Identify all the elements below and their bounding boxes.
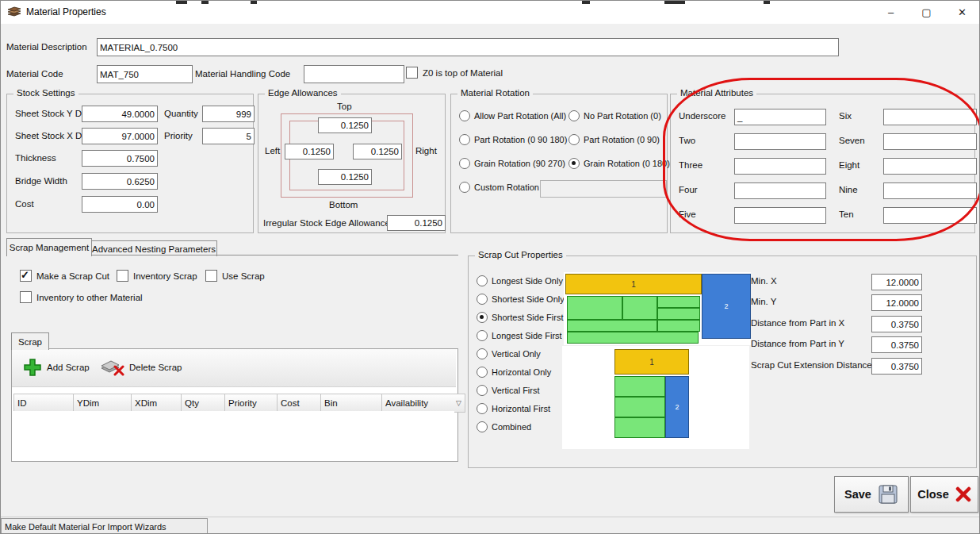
checkbox-box (117, 270, 128, 282)
radio-shortest-side-only[interactable]: Shortest Side Only (477, 294, 565, 305)
tab-scrap[interactable]: Scrap (11, 332, 49, 350)
priority-input[interactable]: 5 (202, 128, 255, 144)
radio-shortest-side-first[interactable]: Shortest Side First (477, 312, 563, 323)
maximize-button[interactable]: ▢ (909, 0, 944, 24)
inventory-other-material-checkbox[interactable]: Inventory to other Material (20, 291, 143, 303)
attr-eight-input[interactable] (883, 158, 977, 175)
radio-part-rotation-0-90[interactable]: Part Rotation (0 90) (568, 134, 660, 145)
column-header-xdim[interactable]: XDim (132, 394, 182, 413)
bridge-width-label: Bridge Width (15, 175, 67, 186)
inventory-scrap-checkbox[interactable]: Inventory Scrap (117, 270, 197, 282)
radio-label: Shortest Side First (492, 313, 563, 322)
scrap-cut-diagram-landscape: 1 2 (564, 272, 751, 345)
material-code-input[interactable]: MAT_750 (97, 65, 193, 83)
attr-nine-input[interactable] (883, 182, 977, 199)
attr-two-label: Two (679, 135, 695, 146)
column-header-ydim[interactable]: YDim (74, 394, 132, 413)
attr-three-label: Three (679, 159, 702, 171)
radio-horizontal-first[interactable]: Horizontal First (477, 403, 550, 414)
material-description-input[interactable]: MATERIAL_0.7500 (97, 38, 839, 56)
distance-part-x-input[interactable]: 0.3750 (871, 316, 922, 332)
column-header-priority[interactable]: Priority (225, 394, 278, 413)
group-title: Material Attributes (677, 88, 756, 98)
material-handling-code-input[interactable] (304, 65, 404, 83)
sheet-stock-y-input[interactable]: 49.0000 (82, 106, 158, 122)
status-message[interactable]: Make Default Material For Import Wizards (1, 518, 208, 534)
attr-three-input[interactable] (734, 158, 826, 175)
radio-horizontal-only[interactable]: Horizontal Only (477, 367, 551, 378)
attr-underscore-input[interactable]: _ (734, 109, 826, 125)
column-header-id[interactable]: ID (13, 394, 74, 413)
column-header-cost[interactable]: Cost (278, 394, 321, 413)
quantity-label: Quantity (164, 108, 198, 119)
radio-part-rotation-0-90-180[interactable]: Part Rotation (0 90 180) (459, 134, 567, 145)
use-scrap-checkbox[interactable]: Use Scrap (205, 270, 265, 282)
radio-label: Horizontal Only (492, 367, 551, 377)
irregular-allowance-input[interactable]: 0.1250 (387, 215, 446, 231)
radio-no-part-rotation[interactable]: No Part Rotation (0) (568, 110, 661, 121)
column-header-bin[interactable]: Bin (321, 394, 382, 413)
attr-six-input[interactable] (883, 109, 977, 125)
edge-right-label: Right (415, 145, 437, 156)
z0-top-checkbox[interactable]: Z0 is top of Material (406, 67, 503, 79)
attr-seven-input[interactable] (883, 133, 977, 150)
edge-left-input[interactable]: 0.1250 (285, 144, 334, 159)
close-button[interactable]: Close (910, 476, 978, 513)
thickness-input[interactable]: 0.7500 (82, 150, 158, 167)
part-block (622, 296, 657, 320)
save-disk-icon (878, 484, 898, 505)
min-y-label: Min. Y (751, 296, 776, 307)
edge-bottom-input[interactable]: 0.1250 (318, 169, 372, 185)
tab-advanced-nesting-parameters[interactable]: Advanced Nesting Parameters (90, 240, 217, 256)
bridge-width-input[interactable]: 0.6250 (82, 173, 158, 190)
edge-top-input[interactable]: 0.1250 (318, 117, 372, 133)
scrap-strip-2: 2 (665, 376, 689, 438)
close-window-button[interactable]: ✕ (944, 0, 980, 24)
radio-label: No Part Rotation (0) (584, 111, 661, 121)
add-scrap-button[interactable]: Add Scrap (23, 358, 90, 377)
radio-allow-part-rotation-all[interactable]: Allow Part Rotation (All) (459, 110, 566, 121)
min-x-input[interactable]: 12.0000 (871, 274, 922, 290)
tab-scrap-management[interactable]: Scrap Management (6, 238, 92, 256)
scrap-cut-extension-input[interactable]: 0.3750 (871, 358, 922, 375)
radio-circle (459, 110, 470, 121)
attr-ten-input[interactable] (883, 207, 977, 224)
attr-eight-label: Eight (839, 159, 859, 171)
save-button[interactable]: Save (834, 476, 909, 513)
window-title: Material Properties (26, 6, 106, 17)
filter-dropdown-icon[interactable]: ▽ (451, 399, 461, 407)
delete-scrap-button[interactable]: Delete Scrap (101, 359, 182, 376)
radio-combined[interactable]: Combined (477, 421, 531, 432)
sheet-stock-x-input[interactable]: 97.0000 (82, 128, 158, 144)
radio-vertical-first[interactable]: Vertical First (477, 385, 540, 396)
status-bar: Make Default Material For Import Wizards (0, 517, 980, 534)
column-header-qty[interactable]: Qty (182, 394, 225, 413)
min-y-input[interactable]: 12.0000 (871, 294, 922, 311)
edge-right-input[interactable]: 0.1250 (353, 144, 402, 159)
distance-part-y-input[interactable]: 0.3750 (871, 336, 922, 353)
radio-longest-side-first[interactable]: Longest Side First (477, 330, 562, 341)
radio-custom-rotation[interactable]: Custom Rotation (459, 182, 539, 193)
attr-four-input[interactable] (734, 182, 826, 199)
minimize-button[interactable]: – (873, 0, 909, 24)
radio-grain-rotation-90-270[interactable]: Grain Rotation (90 270) (459, 158, 565, 169)
make-scrap-cut-checkbox[interactable]: Make a Scrap Cut (20, 270, 109, 282)
scrap-table-body[interactable] (13, 411, 454, 459)
material-description-label: Material Description (6, 41, 87, 52)
checkbox-box (20, 291, 32, 303)
cost-input[interactable]: 0.00 (82, 196, 158, 213)
radio-label: Vertical Only (492, 349, 541, 359)
quantity-input[interactable]: 999 (202, 106, 255, 122)
attr-six-label: Six (839, 110, 852, 121)
part-block (614, 417, 665, 438)
radio-circle (477, 275, 488, 286)
column-header-availability[interactable]: Availability▽ (382, 394, 465, 413)
background-artifact (582, 0, 590, 4)
attr-five-input[interactable] (734, 207, 826, 224)
material-attributes-group: Material Attributes Underscore _ Two Thr… (670, 94, 975, 233)
radio-longest-side-only[interactable]: Longest Side Only (477, 275, 563, 286)
attr-two-input[interactable] (734, 133, 826, 150)
radio-grain-rotation-0-180[interactable]: Grain Rotation (0 180) (568, 158, 670, 169)
radio-vertical-only[interactable]: Vertical Only (477, 348, 541, 359)
custom-rotation-input[interactable] (540, 180, 667, 198)
